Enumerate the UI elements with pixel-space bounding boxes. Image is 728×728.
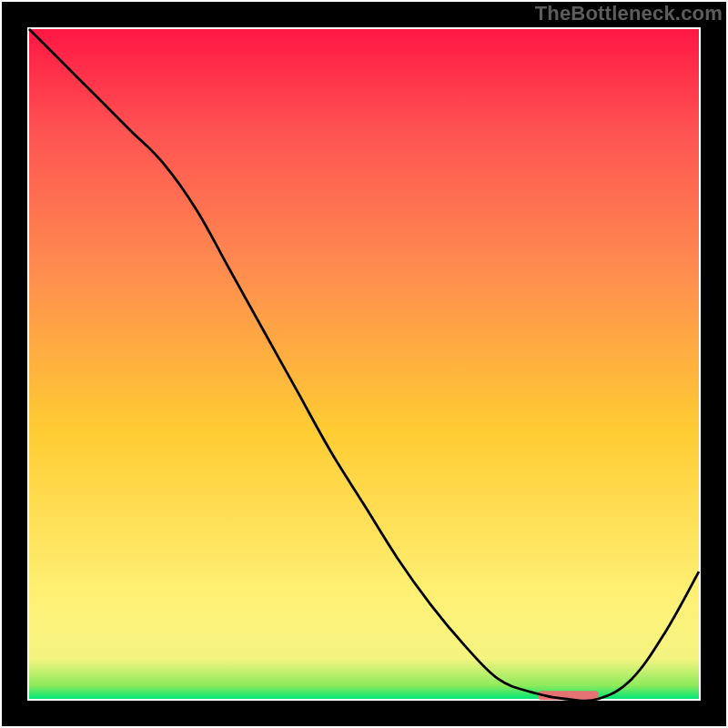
bottleneck-chart [0,0,728,728]
watermark-text: TheBottleneck.com [535,2,723,25]
chart-container: TheBottleneck.com [0,0,728,728]
